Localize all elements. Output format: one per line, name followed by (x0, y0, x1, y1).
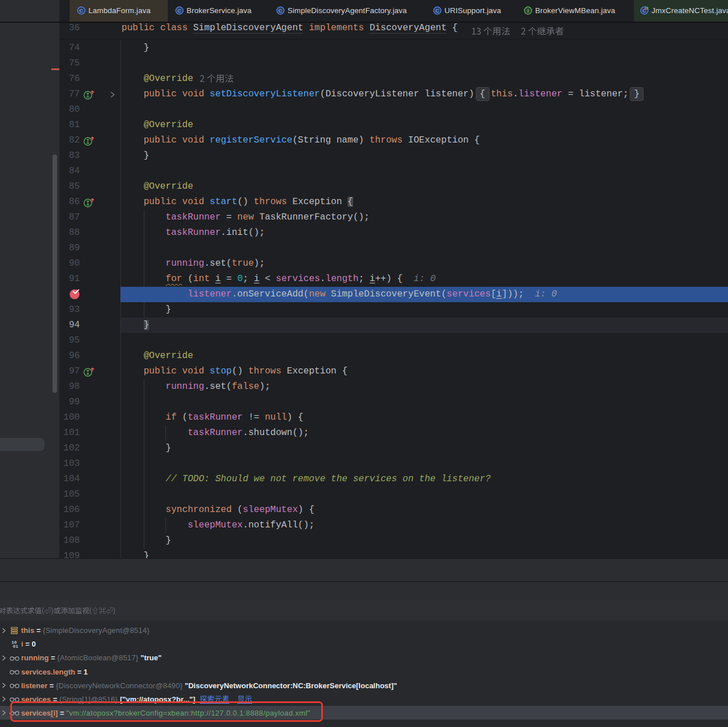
svg-text:C: C (278, 7, 282, 14)
svg-text:C: C (435, 7, 439, 14)
svg-text:C: C (177, 7, 181, 14)
svg-text:01: 01 (13, 644, 19, 649)
svg-text:C: C (79, 7, 83, 14)
svg-text:I: I (527, 7, 529, 14)
